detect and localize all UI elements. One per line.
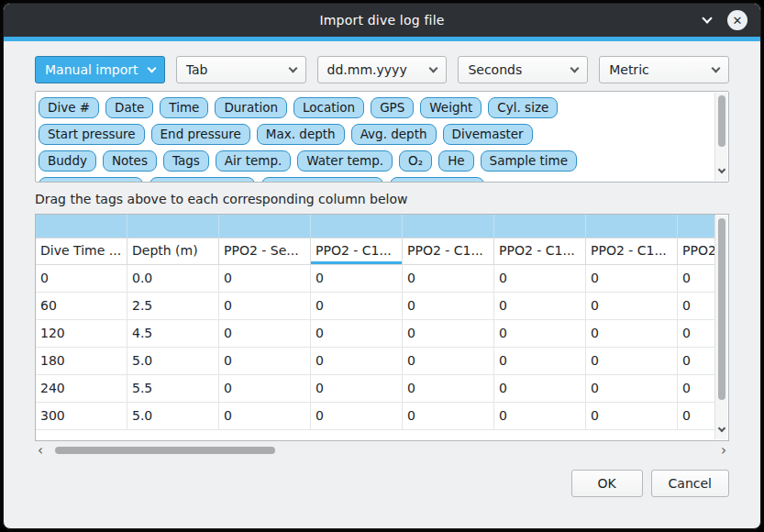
- table-cell-r5-c5: 0: [494, 403, 586, 430]
- table-cell-r1-c5: 0: [494, 293, 586, 320]
- tag-sample-cns[interactable]: Sample CNS: [390, 177, 484, 183]
- column-drop-zone-0[interactable]: [36, 215, 127, 238]
- table-cell-r0-c7: 0: [678, 265, 715, 293]
- column-drop-zone-5[interactable]: [494, 215, 586, 238]
- tag-sample-depth[interactable]: Sample depth: [39, 177, 143, 183]
- column-header-5[interactable]: PPO2 - C1...: [494, 238, 586, 265]
- column-header-6[interactable]: PPO2 - C1...: [586, 238, 678, 265]
- column-header-2[interactable]: PPO2 - Se...: [219, 238, 311, 265]
- tag-date[interactable]: Date: [105, 97, 153, 118]
- table-cell-r4-c1: 5.5: [127, 375, 219, 403]
- tag-divemaster[interactable]: Divemaster: [443, 124, 533, 145]
- tag-air-temp[interactable]: Air temp.: [216, 150, 291, 172]
- tag-water-temp[interactable]: Water temp.: [297, 150, 393, 172]
- chevron-down-icon[interactable]: [702, 13, 712, 23]
- import-dive-log-dialog: Import dive log file ✕ Manual importTabd…: [3, 3, 761, 529]
- tag-max-depth[interactable]: Max. depth: [257, 124, 345, 145]
- scroll-right-icon[interactable]: ›: [718, 444, 729, 457]
- table-cell-r0-c3: 0: [311, 265, 403, 293]
- scroll-down-icon[interactable]: [719, 159, 725, 176]
- tag-rows: Dive #DateTimeDurationLocationGPSWeightC…: [39, 97, 710, 183]
- table-cell-r2-c7: 0: [678, 320, 715, 348]
- combo-duration-format[interactable]: Seconds: [458, 56, 588, 83]
- table-cell-r3-c0: 180: [36, 348, 127, 375]
- tag-o[interactable]: O₂: [399, 150, 432, 172]
- combo-date-format[interactable]: dd.mm.yyyy: [317, 56, 448, 83]
- tag-duration[interactable]: Duration: [215, 97, 287, 118]
- dialog-content: Manual importTabdd.mm.yyyySecondsMetric …: [4, 41, 760, 528]
- horizontal-scrollbar-thumb[interactable]: [55, 447, 275, 454]
- table-cell-r3-c5: 0: [494, 348, 586, 375]
- chevron-down-icon: [712, 64, 721, 73]
- tag-gps[interactable]: GPS: [371, 97, 414, 118]
- table-cell-r2-c1: 4.5: [127, 320, 219, 348]
- combo-field-separator[interactable]: Tab: [176, 56, 306, 83]
- tag-dive[interactable]: Dive #: [39, 97, 99, 118]
- table-cell-r1-c0: 60: [36, 293, 127, 320]
- tag-pool-scrollbar[interactable]: [714, 93, 727, 181]
- column-drop-zone-1[interactable]: [127, 215, 219, 238]
- table-scrollbar[interactable]: [714, 216, 727, 439]
- combo-field-separator-value: Tab: [186, 62, 208, 77]
- table-cell-r5-c2: 0: [219, 403, 311, 430]
- tag-he[interactable]: He: [438, 150, 473, 172]
- tag-weight[interactable]: Weight: [420, 97, 482, 118]
- table-scrollbar-thumb[interactable]: [718, 218, 725, 400]
- tag-location[interactable]: Location: [293, 97, 364, 118]
- table-cell-r2-c5: 0: [494, 320, 586, 348]
- table-cell-r5-c6: 0: [586, 403, 678, 430]
- cancel-button[interactable]: Cancel: [651, 470, 729, 497]
- tag-avg-depth[interactable]: Avg. depth: [351, 124, 437, 145]
- table-cell-r0-c2: 0: [219, 265, 311, 293]
- column-header-1[interactable]: Depth (m): [127, 238, 219, 265]
- table-cell-r4-c0: 240: [36, 375, 127, 403]
- table-scroll-area: Dive Time ...Depth (m)PPO2 - Se...PPO2 -…: [36, 215, 715, 440]
- tag-time[interactable]: Time: [160, 97, 208, 118]
- table-cell-r5-c7: 0: [678, 403, 715, 430]
- column-drop-zone-7[interactable]: [678, 215, 715, 238]
- table-cell-r0-c5: 0: [494, 265, 586, 293]
- column-drop-zone-4[interactable]: [403, 215, 494, 238]
- table-cell-r3-c3: 0: [311, 348, 403, 375]
- horizontal-scrollbar-track[interactable]: [46, 446, 718, 455]
- table-cell-r0-c4: 0: [403, 265, 494, 293]
- table-cell-r2-c2: 0: [219, 320, 311, 348]
- close-icon[interactable]: ✕: [727, 10, 747, 30]
- column-header-3[interactable]: PPO2 - C1...: [311, 238, 403, 265]
- combo-units[interactable]: Metric: [599, 56, 729, 83]
- column-drop-zone-6[interactable]: [586, 215, 678, 238]
- combo-import-mode[interactable]: Manual import: [35, 56, 165, 83]
- table-cell-r4-c4: 0: [403, 375, 494, 403]
- titlebar[interactable]: Import dive log file ✕: [4, 4, 760, 37]
- tag-notes[interactable]: Notes: [103, 150, 157, 172]
- combo-row: Manual importTabdd.mm.yyyySecondsMetric: [35, 56, 729, 83]
- screen-background: Import dive log file ✕ Manual importTabd…: [0, 0, 764, 532]
- column-header-4[interactable]: PPO2 - C1...: [403, 238, 494, 265]
- column-header-0[interactable]: Dive Time ...: [36, 238, 127, 265]
- tag-start-pressure[interactable]: Start pressure: [39, 124, 145, 145]
- table-cell-r2-c4: 0: [403, 320, 494, 348]
- scroll-down-icon[interactable]: [719, 417, 725, 435]
- tag-pool: Dive #DateTimeDurationLocationGPSWeightC…: [35, 91, 729, 183]
- scroll-left-icon[interactable]: ‹: [35, 444, 46, 457]
- table-cell-r3-c7: 0: [678, 348, 715, 375]
- tag-sample-pressure[interactable]: Sample pressure: [261, 177, 383, 183]
- table-cell-r4-c2: 0: [219, 375, 311, 403]
- column-header-7[interactable]: PPO2 - C1...: [678, 238, 715, 265]
- tag-pool-scrollbar-thumb[interactable]: [718, 95, 725, 147]
- tag-tags[interactable]: Tags: [163, 150, 209, 172]
- tag-buddy[interactable]: Buddy: [39, 150, 96, 172]
- tag-sample-time[interactable]: Sample time: [481, 150, 577, 172]
- table-cell-r5-c0: 300: [36, 403, 127, 430]
- tag-sample-temp[interactable]: Sample temp.: [149, 177, 255, 183]
- tag-row: Dive #DateTimeDurationLocationGPSWeightC…: [39, 97, 710, 118]
- ok-button[interactable]: OK: [571, 470, 643, 497]
- tag-cyl-size[interactable]: Cyl. size: [488, 97, 558, 118]
- table-cell-r2-c3: 0: [311, 320, 403, 348]
- column-drop-zone-3[interactable]: [311, 215, 403, 238]
- table-cell-r1-c2: 0: [219, 293, 311, 320]
- horizontal-scrollbar[interactable]: ‹ ›: [35, 443, 729, 458]
- tag-end-pressure[interactable]: End pressure: [151, 124, 250, 145]
- column-drop-zone-2[interactable]: [219, 215, 311, 238]
- table-cell-r0-c1: 0.0: [127, 265, 219, 293]
